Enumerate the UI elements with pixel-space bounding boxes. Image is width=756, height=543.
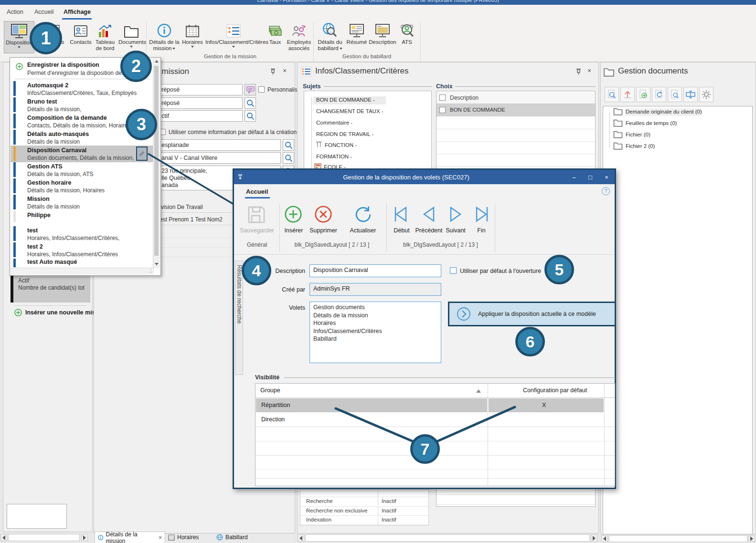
volet-item[interactable]: Détails de la mission [313, 312, 437, 320]
tree-item[interactable]: Feuilles de temps (0) [626, 120, 677, 126]
document-history-button[interactable] [652, 87, 666, 102]
close-button[interactable]: × [598, 174, 615, 181]
ribbon-button-description[interactable]: Description [369, 21, 396, 53]
help-icon[interactable]: ? [602, 187, 610, 195]
menu-item-title[interactable]: Gestion horaire [27, 179, 71, 186]
menu-item-title[interactable]: Mission [27, 196, 50, 202]
insert-mission-link[interactable]: Insérer une nouvelle missi [14, 309, 100, 316]
close-icon[interactable]: × [159, 534, 162, 541]
tab-babillard[interactable]: Babillard [216, 534, 248, 541]
next-button[interactable] [447, 206, 464, 223]
ribbon-button-ats[interactable]: ATS [397, 21, 416, 53]
insert-button[interactable] [283, 204, 303, 224]
scroll-up-arrow[interactable] [155, 60, 159, 63]
maximize-button[interactable]: □ [582, 174, 598, 181]
choix-header-row[interactable]: Description [437, 91, 595, 104]
scroll-left-arrow[interactable] [0, 534, 7, 541]
volet-item[interactable]: Babillard [313, 335, 437, 343]
search-button[interactable] [283, 152, 294, 164]
menu-item-title[interactable]: test 2 [27, 243, 43, 250]
close-icon[interactable]: × [587, 67, 591, 74]
document-add-button[interactable] [636, 87, 650, 102]
document-rename-button[interactable] [683, 87, 698, 102]
volet-item[interactable]: Infos/Classement/Critères [313, 327, 437, 335]
scroll-left-arrow[interactable] [298, 534, 304, 542]
ribbon-button-taux[interactable]: Taux [266, 21, 285, 53]
search-button[interactable] [245, 110, 256, 122]
menu-item-title[interactable]: Disposition Carnaval [27, 147, 86, 154]
apply-layout-button[interactable]: Appliquer la disposition actuelle à ce m… [448, 302, 616, 326]
menu-item-title[interactable]: test [27, 227, 38, 234]
ribbon-button-details-babillard[interactable]: Détails du babillard [315, 21, 345, 53]
minimize-button[interactable]: – [566, 174, 582, 181]
ribbon-button-documents[interactable]: Documents [118, 21, 144, 53]
pin-icon[interactable] [270, 68, 276, 75]
scroll-left-arrow[interactable] [601, 535, 608, 542]
description-input[interactable]: Disposition Carnaval [309, 264, 441, 277]
menu-item-title[interactable]: test Auto masqué [27, 259, 77, 265]
tab-horaires[interactable]: Horaires [168, 534, 199, 541]
volet-item[interactable]: Horaires [313, 319, 437, 327]
previous-button[interactable] [420, 206, 437, 223]
tree-item[interactable]: CHANGEMENT DE TAUX - [316, 108, 383, 114]
tree-item[interactable]: RÉGION DE TRAVAIL - [316, 131, 373, 137]
menu-item-title[interactable]: Gestion ATS [27, 163, 63, 170]
tab-action[interactable]: Action [7, 9, 23, 19]
menu-resize-grip[interactable]: .: [11, 268, 154, 275]
tab-accueil[interactable]: Accueil [34, 9, 53, 19]
select-all-checkbox[interactable] [439, 94, 446, 101]
tree-item[interactable]: Demande originale du client (0) [626, 109, 702, 115]
document-preview-button[interactable] [605, 87, 619, 102]
menu-item-title[interactable]: Composition de la demande [27, 115, 107, 121]
tree-item[interactable]: FORMATION - [316, 154, 352, 159]
tree-item[interactable]: Commentaire - [316, 120, 352, 125]
scrollbar-track[interactable] [609, 535, 747, 542]
ribbon-button-contacts[interactable]: Contacts [70, 21, 92, 53]
pin-icon[interactable] [576, 68, 581, 75]
menu-scrollbar[interactable] [153, 58, 160, 268]
tab-details-mission[interactable]: Détails de la mission × [95, 532, 165, 543]
auto-hide-icon[interactable] [234, 174, 246, 180]
table-cell-selected[interactable] [489, 398, 604, 412]
results-side-tab[interactable]: Résultats de recherche [235, 261, 243, 375]
scrollbar-thumb[interactable] [154, 66, 159, 256]
scroll-right-arrow[interactable] [591, 534, 597, 542]
row-checkbox[interactable] [439, 107, 446, 113]
column-header-config[interactable]: Configuration par défaut [523, 387, 587, 394]
menu-item-title[interactable]: Bruno test [27, 98, 57, 105]
last-button[interactable] [472, 206, 491, 223]
scroll-right-arrow[interactable] [81, 534, 88, 541]
first-button[interactable] [392, 206, 411, 223]
search-button[interactable] [283, 139, 294, 151]
tree-item[interactable]: BON DE COMMANDE - [316, 97, 375, 103]
choix-row[interactable]: BON DE COMMANDE [437, 104, 595, 116]
document-upload-button[interactable] [620, 87, 635, 102]
ribbon-button-infos-classement[interactable]: Infos/Classement/Critères [205, 21, 262, 53]
volet-item[interactable]: Gestion documents [313, 303, 437, 312]
menu-save-title[interactable]: Enregistrer la disposition [27, 62, 99, 68]
tab-affichage[interactable]: Affichage [64, 9, 91, 19]
close-icon[interactable]: × [283, 67, 287, 74]
column-header-groupe[interactable]: Groupe [260, 387, 280, 394]
table-row-selected[interactable] [256, 398, 487, 412]
document-view-button[interactable] [668, 87, 682, 102]
ribbon-button-details-mission[interactable]: Détails de la mission [149, 21, 180, 53]
search-button[interactable] [245, 97, 256, 109]
default-open-checkbox[interactable] [450, 267, 457, 274]
menu-item-title[interactable]: Philippe [27, 212, 51, 219]
ribbon-button-horaires[interactable]: Horaires [181, 21, 204, 53]
scrollbar-track[interactable] [8, 534, 80, 541]
settings-button[interactable] [699, 87, 713, 102]
scroll-right-arrow[interactable] [748, 535, 755, 542]
delete-button[interactable] [313, 204, 333, 224]
ribbon-button-tableau-de-bord[interactable]: Tableau de bord [93, 21, 117, 53]
ribbon-button-employes-associes[interactable]: Employés associés [286, 21, 312, 53]
dialog-titlebar[interactable]: Gestion de la disposition des volets (SE… [234, 170, 615, 184]
save-button[interactable] [247, 205, 266, 224]
menu-item-title[interactable]: Automasqué 2 [27, 82, 68, 89]
tree-item[interactable]: Fichier (0) [626, 132, 650, 137]
row-groupe-value[interactable]: Direction [261, 416, 285, 423]
scroll-down-arrow[interactable] [155, 263, 159, 265]
tree-item[interactable]: FONCTION - [325, 142, 357, 148]
ribbon-button-resume[interactable]: Résumé [346, 21, 368, 53]
